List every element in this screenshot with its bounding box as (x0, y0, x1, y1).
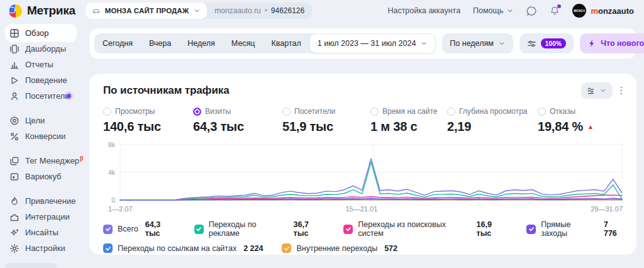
sidebar-item-overview[interactable]: Обзор (5, 24, 77, 42)
legend-label: Переходы по ссылкам на сайтах (118, 244, 236, 253)
grid-icon (9, 28, 19, 38)
checkbox-icon[interactable] (526, 225, 536, 234)
radio-icon[interactable] (103, 108, 111, 116)
main-content: Сегодня Вчера Неделя Месяц Квартал 1 июл… (82, 21, 644, 268)
sliders-icon (527, 39, 536, 48)
person-icon (9, 91, 19, 101)
notification-dot (557, 4, 561, 8)
sidebar-item-reports[interactable]: Отчеты (5, 57, 77, 72)
notifications-bell-icon[interactable] (550, 6, 560, 16)
sidebar-item-label: Конверсии (25, 131, 65, 141)
grouping-select[interactable]: По неделям (442, 33, 513, 53)
radio-icon[interactable] (370, 108, 379, 116)
radio-icon[interactable] (538, 108, 546, 116)
sidebar-item-label: Инсайты (25, 228, 58, 237)
sidebar-item-varioqub[interactable]: Вариокуб (5, 169, 77, 184)
help-menu[interactable]: Помощь (473, 6, 514, 15)
chat-icon[interactable] (526, 6, 537, 16)
user-name: monzaauto (591, 6, 634, 16)
metric-bounce-rate[interactable]: Отказы 19,84 %▲ (538, 107, 623, 134)
lightning-icon (587, 39, 596, 48)
metric-value: 19,84 %▲ (538, 120, 623, 134)
kebab-icon (620, 86, 623, 96)
metric-value: 64,3 тыс (193, 120, 282, 134)
range-month-button[interactable]: Месяц (223, 33, 264, 53)
play-icon (9, 75, 19, 86)
legend-value: 16,9 тыс (477, 220, 508, 238)
x-axis: 1—2.07 15—21.01 29—31.07 (103, 205, 623, 213)
radio-icon[interactable] (282, 108, 291, 116)
radio-icon[interactable] (193, 108, 201, 116)
metrica-logo-icon (9, 4, 22, 18)
sidebar-item-acquisition[interactable]: Привлечение (5, 193, 77, 209)
legend-label: Переходы из поисковых систем (358, 220, 469, 238)
counter-name: МОНЗА САЙТ ПРОДАЖ (105, 7, 189, 14)
range-week-button[interactable]: Неделя (179, 33, 223, 53)
chevron-down-icon (506, 7, 514, 14)
chevron-down-icon (599, 87, 607, 94)
metric-label: Посетители (294, 107, 335, 116)
car-icon (92, 6, 101, 15)
radio-icon[interactable] (447, 108, 455, 116)
widget-kebab-button[interactable] (620, 86, 623, 96)
puzzle-icon (9, 212, 19, 222)
sidebar-item-integrations[interactable]: Интеграции (5, 209, 77, 225)
sidebar-item-visitors[interactable]: Посетители (5, 88, 77, 104)
metric-pageviews[interactable]: Просмотры 140,6 тыс (103, 107, 193, 134)
chart-type-select[interactable] (581, 82, 613, 99)
metric-visitors[interactable]: Посетители 51,9 тыс (282, 107, 370, 134)
custom-date-range-button[interactable]: 1 июл 2023 — 31 июл 2024 (309, 33, 436, 53)
sidebar-item-label: Посетители (25, 91, 70, 101)
y-tick: 4k (108, 169, 115, 176)
sidebar-item-conversions[interactable]: Конверсии (5, 128, 77, 144)
legend-item-total[interactable]: Всего 64,3 тыс (103, 220, 175, 238)
legend-label: Переходы по рекламе (209, 220, 287, 238)
range-quarter-button[interactable]: Квартал (264, 33, 309, 53)
legend-label: Внутренние переходы (296, 244, 377, 253)
range-today-button[interactable]: Сегодня (94, 33, 141, 53)
sidebar-item-behavior[interactable]: Поведение (5, 72, 77, 88)
grouping-value: По неделям (450, 39, 493, 48)
legend-item-ads[interactable]: Переходы по рекламе 36,7 тыс (194, 220, 325, 238)
sampling-badge: 100% (541, 38, 566, 48)
trend-up-icon: ▲ (587, 123, 594, 130)
checkbox-icon[interactable] (282, 243, 291, 253)
plot-area[interactable] (119, 140, 623, 203)
sidebar-item-insights[interactable]: Инсайты (5, 225, 77, 240)
checkbox-icon[interactable] (103, 243, 113, 253)
copy-icon (9, 156, 19, 166)
checkbox-icon[interactable] (194, 225, 204, 234)
range-yesterday-button[interactable]: Вчера (141, 33, 179, 53)
sampling-button[interactable]: 100% (519, 33, 574, 53)
legend-item-search[interactable]: Переходы из поисковых систем 16,9 тыс (343, 220, 508, 238)
legend-value: 64,3 тыс (145, 220, 175, 238)
sidebar-item-settings[interactable]: Настройки (5, 240, 77, 256)
whats-new-button[interactable]: Что нового (580, 33, 644, 53)
metrica-logo[interactable]: Метрика (9, 4, 75, 18)
sidebar-item-dashboards[interactable]: Дашборды (5, 41, 77, 57)
dashboards-icon (9, 44, 19, 54)
sparkles-icon (9, 228, 19, 238)
user-menu[interactable]: MONZA monzaauto (572, 4, 634, 18)
sidebar-item-goals[interactable]: Цели (5, 113, 77, 128)
metric-value: 51,9 тыс (282, 120, 370, 134)
widget-title: По источникам трафика (103, 84, 230, 97)
metric-visits[interactable]: Визиты 64,3 тыс (193, 107, 282, 134)
sidebar-item-tag-manager[interactable]: Тег Менеджерβ (5, 153, 77, 169)
metric-time-on-site[interactable]: Время на сайте 1 м 38 с (370, 107, 447, 134)
checkbox-icon[interactable] (103, 225, 113, 234)
y-axis: 8k 4k 0 (103, 140, 119, 203)
x-tick: 15—21.01 (346, 205, 378, 213)
legend-item-site-links[interactable]: Переходы по ссылкам на сайтах 2 224 (103, 243, 263, 253)
chart-legend: Всего 64,3 тыс Переходы по рекламе 36,7 … (103, 220, 623, 253)
legend-item-internal[interactable]: Внутренние переходы 572 (282, 243, 397, 253)
checkbox-icon[interactable] (343, 225, 353, 234)
toolbar: Сегодня Вчера Неделя Месяц Квартал 1 июл… (89, 28, 636, 59)
legend-item-direct[interactable]: Прямые заходы 7 776 (526, 220, 623, 238)
line-chart-icon (587, 86, 596, 96)
metric-selector: Просмотры 140,6 тыс Визиты 64,3 тыс Посе… (103, 107, 623, 134)
account-settings-link[interactable]: Настройка аккаунта (387, 6, 460, 15)
metric-depth[interactable]: Глубина просмотра 2,19 (447, 107, 538, 134)
legend-value: 7 776 (604, 220, 623, 238)
counter-selector[interactable]: МОНЗА САЙТ ПРОДАЖ monzaauto.ru • 9462612… (86, 3, 313, 19)
